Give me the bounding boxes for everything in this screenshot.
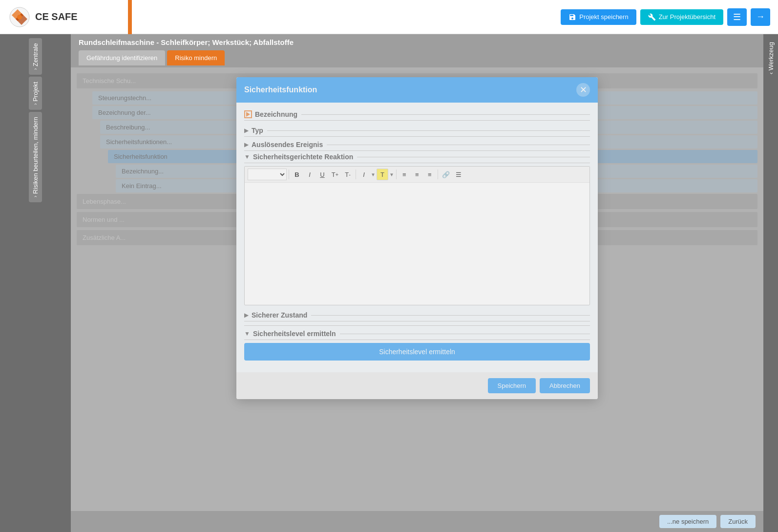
sz-section: ▶ Sicherer Zustand bbox=[244, 309, 590, 326]
highlight-button[interactable]: T bbox=[377, 169, 388, 180]
sgr-header: ▼ Sicherheitsgerichtete Reaktion bbox=[244, 153, 590, 163]
logout-button[interactable]: → bbox=[751, 8, 770, 26]
modal-header: Sicherheitsfunktion ✕ bbox=[236, 77, 598, 103]
auslosendes-row: ▶ Auslösendes Ereignis bbox=[244, 139, 590, 151]
bottom-bar: ...ne speichern Zurück bbox=[71, 511, 763, 532]
editor-container: B I U T+ T- I ▼ T ▼ bbox=[244, 166, 590, 305]
italic-button[interactable]: I bbox=[304, 169, 315, 180]
sidebar-item-werkzeug[interactable]: ‹ Werkzeug bbox=[765, 38, 777, 78]
modal-title: Sicherheitsfunktion bbox=[244, 85, 317, 94]
sub-header: Rundschleifmaschine - Schleifkörper; Wer… bbox=[71, 34, 763, 50]
font-select[interactable] bbox=[248, 169, 287, 180]
link-button[interactable]: 🔗 bbox=[440, 169, 452, 180]
wrench-icon bbox=[648, 13, 656, 21]
subscript-button[interactable]: T- bbox=[342, 169, 354, 180]
auslosendes-arrow[interactable]: ▶ bbox=[244, 141, 249, 148]
header-buttons: Projekt speichern Zur Projektübersicht ☰… bbox=[561, 8, 770, 26]
underline-button[interactable]: U bbox=[316, 169, 328, 180]
typ-arrow[interactable]: ▶ bbox=[244, 127, 249, 134]
logo-area: CE SAFE bbox=[8, 5, 140, 29]
sl-label: Sicherheitslevel ermitteln bbox=[253, 330, 336, 338]
bezeichnung-row: Bezeichnung bbox=[244, 110, 590, 121]
logo-icon bbox=[8, 5, 31, 29]
typ-label: Typ bbox=[252, 127, 263, 134]
sz-arrow[interactable]: ▶ bbox=[244, 312, 249, 319]
box-icon bbox=[244, 110, 252, 118]
main-layout: › Zentrale › Projekt › Risiken beurteile… bbox=[0, 34, 778, 532]
sub-title: Rundschleifmaschine - Schleifkörper; Wer… bbox=[79, 38, 294, 46]
modal-body: Bezeichnung ▶ Typ ▶ Auslösendes Er bbox=[236, 103, 598, 372]
list-button[interactable]: ☰ bbox=[453, 169, 464, 180]
sidebar-item-projekt[interactable]: › Projekt bbox=[29, 77, 42, 110]
sicherheitslevel-button[interactable]: Sicherheitslevel ermitteln bbox=[244, 343, 590, 361]
sidebar-left: › Zentrale › Projekt › Risiken beurteile… bbox=[0, 34, 71, 532]
save-project-button[interactable]: Projekt speichern bbox=[561, 9, 636, 25]
modal-sicherheitsfunktion: Sicherheitsfunktion ✕ Bezeichnung bbox=[236, 77, 598, 399]
sgr-arrow[interactable]: ▼ bbox=[244, 153, 250, 160]
sz-label: Sicherer Zustand bbox=[252, 311, 307, 319]
typ-row: ▶ Typ bbox=[244, 125, 590, 137]
sz-row: ▶ Sicherer Zustand bbox=[244, 309, 590, 321]
tab-risiko[interactable]: Risiko mindern bbox=[167, 50, 225, 65]
editor-content[interactable] bbox=[245, 183, 589, 305]
sidebar-item-zentrale[interactable]: › Zentrale bbox=[29, 38, 42, 75]
modal-footer: Speichern Abbrechen bbox=[236, 372, 598, 399]
bold-button[interactable]: B bbox=[291, 169, 303, 180]
speichern-button[interactable]: Speichern bbox=[488, 378, 536, 393]
align-right-button[interactable]: ≡ bbox=[424, 169, 436, 180]
logo-text: CE SAFE bbox=[35, 11, 78, 22]
save-icon bbox=[568, 13, 576, 21]
auslosendes-label: Auslösendes Ereignis bbox=[252, 141, 323, 149]
sidebar-right: ‹ Werkzeug bbox=[763, 34, 778, 532]
orange-bar bbox=[128, 0, 132, 34]
editor-toolbar: B I U T+ T- I ▼ T ▼ bbox=[245, 167, 589, 183]
tab-gefaehrdung[interactable]: Gefährdung identifizieren bbox=[79, 50, 165, 65]
menu-button[interactable]: ☰ bbox=[727, 8, 747, 26]
sgr-label: Sicherheitsgerichtete Reaktion bbox=[253, 153, 353, 161]
superscript-button[interactable]: T+ bbox=[329, 169, 341, 180]
save-bottom-button[interactable]: ...ne speichern bbox=[659, 515, 716, 528]
abbrechen-button[interactable]: Abbrechen bbox=[540, 378, 590, 393]
back-button[interactable]: Zurück bbox=[720, 515, 756, 528]
sl-section: ▼ Sicherheitslevel ermitteln Sicherheits… bbox=[244, 330, 590, 361]
align-center-button[interactable]: ≡ bbox=[411, 169, 423, 180]
sl-arrow[interactable]: ▼ bbox=[244, 330, 250, 337]
content-area: Rundschleifmaschine - Schleifkörper; Wer… bbox=[71, 34, 763, 532]
project-overview-button[interactable]: Zur Projektübersicht bbox=[640, 9, 723, 25]
italic2-button[interactable]: I bbox=[358, 169, 370, 180]
content-inner: Technische Schu... Steuerungstechn... Be… bbox=[71, 67, 763, 511]
sgr-section: ▼ Sicherheitsgerichtete Reaktion B I bbox=[244, 153, 590, 305]
sidebar-item-risiken[interactable]: › Risiken beurteilen, mindern bbox=[29, 112, 42, 202]
sl-header: ▼ Sicherheitslevel ermitteln bbox=[244, 330, 590, 340]
svg-point-3 bbox=[17, 15, 22, 20]
modal-overlay: Sicherheitsfunktion ✕ Bezeichnung bbox=[71, 67, 763, 511]
bezeichnung-label: Bezeichnung bbox=[255, 110, 297, 118]
align-left-button[interactable]: ≡ bbox=[399, 169, 410, 180]
tabs-bar: Gefährdung identifizieren Risiko mindern bbox=[71, 50, 763, 67]
header: CE SAFE Projekt speichern Zur Projektübe… bbox=[0, 0, 778, 34]
modal-close-button[interactable]: ✕ bbox=[576, 83, 590, 97]
